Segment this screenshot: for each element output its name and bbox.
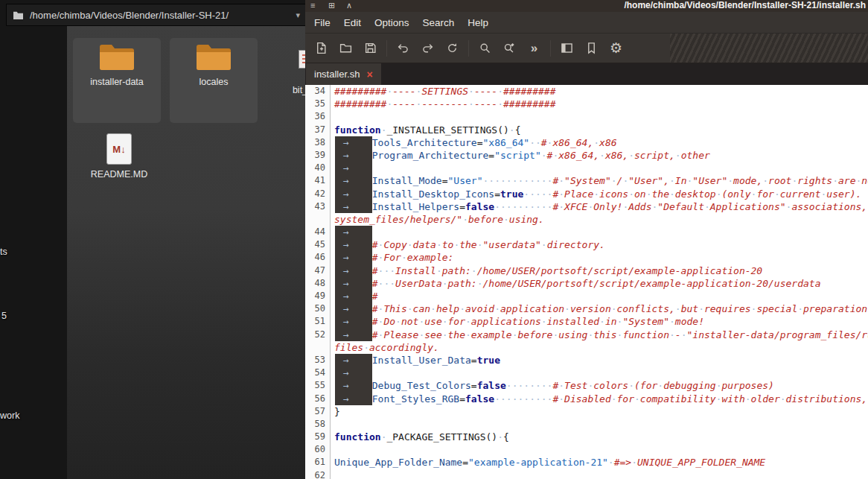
line-number: 48 bbox=[305, 277, 331, 290]
tab-label: installer.sh bbox=[314, 69, 360, 80]
chevron-down-icon[interactable]: ▾ bbox=[296, 10, 300, 20]
line-number bbox=[305, 213, 331, 226]
code-line: 54→ bbox=[305, 367, 868, 379]
line-number: 43 bbox=[305, 200, 331, 213]
desktop-icon-label-fragment[interactable]: ts bbox=[0, 247, 7, 257]
line-number: 56 bbox=[305, 393, 331, 405]
file-item-bit-col[interactable]: bit_col bbox=[262, 38, 307, 123]
line-number: 39 bbox=[305, 149, 331, 162]
menu-options[interactable]: Options bbox=[368, 15, 416, 31]
line-number: 40 bbox=[305, 162, 331, 174]
line-number: 46 bbox=[305, 251, 331, 264]
code-line: 38→Tools_Architecture="x86_64"··#·x86_64… bbox=[305, 136, 868, 149]
menu-help[interactable]: Help bbox=[461, 15, 495, 31]
line-number: 41 bbox=[305, 174, 331, 187]
code-line: 37function·_INSTALLER_SETTINGS()·{ bbox=[305, 124, 868, 136]
code-line: 51→#·Do·not·use·for·applications·install… bbox=[305, 315, 868, 328]
code-line: 36 bbox=[305, 110, 868, 123]
save-icon[interactable] bbox=[358, 37, 383, 60]
line-number: 53 bbox=[305, 354, 331, 367]
editor-titlebar[interactable]: ≡ ⊞ ∧ /home/chimba/Videos/Blender/Instal… bbox=[305, 0, 868, 12]
file-item-readme[interactable]: M↓ README.MD bbox=[83, 129, 155, 206]
line-number: 54 bbox=[305, 367, 331, 379]
code-line: 48→#···UserData·path:·/home/USER/portsof… bbox=[305, 277, 868, 290]
search-replace-icon[interactable] bbox=[497, 37, 522, 60]
desktop-icon-label-fragment[interactable]: 5 bbox=[1, 311, 7, 321]
code-line: 58 bbox=[305, 418, 868, 431]
code-line: 56→Font_Styles_RGB=false··········#·Disa… bbox=[305, 393, 868, 405]
desktop: ts 5 work /home/chimba/Videos/Blender/In… bbox=[0, 0, 868, 479]
code-line: 59function·_PACKAGE_SETTINGS()·{ bbox=[305, 431, 868, 443]
menu-file[interactable]: File bbox=[307, 15, 337, 31]
redo-icon[interactable] bbox=[415, 37, 440, 60]
location-path: /home/chimba/Videos/Blender/Installer-SH… bbox=[30, 10, 290, 21]
editor-window: ≡ ⊞ ∧ /home/chimba/Videos/Blender/Instal… bbox=[305, 0, 868, 479]
line-number: 62 bbox=[305, 469, 331, 479]
line-number: 51 bbox=[305, 315, 331, 328]
toolbar-separator bbox=[386, 40, 387, 57]
editor-code[interactable]: 34#########·----·SETTINGS·----·#########… bbox=[305, 85, 868, 479]
toolbar-separator bbox=[468, 40, 469, 57]
code-line: 62 bbox=[305, 469, 868, 479]
code-line: 55→Debug_Test_Colors=false········#·Test… bbox=[305, 379, 868, 392]
line-number: 37 bbox=[305, 124, 331, 136]
file-item-locales[interactable]: locales bbox=[170, 38, 258, 123]
toolbar-drag-area bbox=[670, 34, 868, 63]
window-title: /home/chimba/Videos/Blender/Installer-SH… bbox=[624, 0, 866, 11]
file-manager-view[interactable]: installer-data locales bit_col M↓ README… bbox=[67, 26, 307, 479]
code-line: 35#########·----·--------·----·######### bbox=[305, 98, 868, 110]
code-line: 47→#···Install·path:·/home/USER/portsoft… bbox=[305, 264, 868, 277]
line-number: 59 bbox=[305, 431, 331, 443]
code-line: 44→ bbox=[305, 226, 868, 238]
code-line: 34#########·----·SETTINGS·----·######### bbox=[305, 85, 868, 98]
line-number bbox=[305, 341, 331, 354]
file-item-label: README.MD bbox=[91, 169, 147, 180]
code-line: 57} bbox=[305, 405, 868, 418]
close-icon[interactable]: × bbox=[366, 69, 372, 80]
code-line: 53→Install_User_Data=true bbox=[305, 354, 868, 367]
code-line: 43→Install_Helpers=false··········#·XFCE… bbox=[305, 200, 868, 213]
code-line: 46→#·For·example: bbox=[305, 251, 868, 264]
line-number: 60 bbox=[305, 443, 331, 456]
undo-icon[interactable] bbox=[391, 37, 415, 60]
menu-search[interactable]: Search bbox=[416, 15, 462, 31]
desktop-icon-label-fragment[interactable]: work bbox=[0, 410, 19, 421]
bookmark-icon[interactable] bbox=[579, 37, 604, 60]
restore-icon[interactable]: ⊞ bbox=[328, 0, 335, 11]
editor-toolbar: » ⚙ bbox=[305, 33, 868, 63]
open-folder-icon[interactable] bbox=[334, 37, 358, 60]
file-item-label: installer-data bbox=[90, 77, 144, 87]
folder-icon bbox=[98, 42, 135, 72]
search-icon[interactable] bbox=[473, 37, 497, 60]
line-number: 38 bbox=[305, 136, 331, 149]
code-line: 39→Program_Architecture="script"·#·x86_6… bbox=[305, 149, 868, 162]
more-tools-icon[interactable]: » bbox=[522, 37, 546, 60]
line-number: 55 bbox=[305, 379, 331, 392]
side-pane-icon[interactable] bbox=[555, 37, 579, 60]
code-line: files·accordingly. bbox=[305, 341, 868, 354]
window-menu-icon[interactable]: ≡ bbox=[310, 0, 315, 11]
tab-installer-sh[interactable]: installer.sh × bbox=[306, 63, 381, 85]
line-number: 45 bbox=[305, 238, 331, 251]
file-item-installer-data[interactable]: installer-data bbox=[73, 38, 161, 123]
code-line: 50→#·This·can·help·avoid·application·ver… bbox=[305, 302, 868, 315]
code-line: 40→ bbox=[305, 162, 868, 174]
line-number: 44 bbox=[305, 226, 331, 238]
shade-icon[interactable]: ∧ bbox=[346, 0, 352, 11]
refresh-icon[interactable] bbox=[440, 37, 465, 60]
editor-menubar: File Edit Options Search Help bbox=[305, 12, 868, 33]
menu-edit[interactable]: Edit bbox=[337, 15, 368, 31]
file-manager-window: /home/chimba/Videos/Blender/Installer-SH… bbox=[6, 4, 307, 479]
code-line: 61Unique_App_Folder_Name="example-applic… bbox=[305, 456, 868, 469]
line-number: 49 bbox=[305, 290, 331, 302]
markdown-file-icon: M↓ bbox=[106, 133, 132, 165]
code-line: 52→#·Please·see·the·example·before·using… bbox=[305, 329, 868, 341]
line-number: 47 bbox=[305, 264, 331, 277]
file-item-label: locales bbox=[200, 77, 229, 87]
settings-gear-icon[interactable]: ⚙ bbox=[604, 37, 628, 60]
line-number: 35 bbox=[305, 98, 331, 110]
folder-icon bbox=[195, 42, 232, 72]
line-number: 57 bbox=[305, 405, 331, 418]
file-manager-pathbar[interactable]: /home/chimba/Videos/Blender/Installer-SH… bbox=[6, 4, 307, 26]
new-document-icon[interactable] bbox=[309, 37, 334, 60]
